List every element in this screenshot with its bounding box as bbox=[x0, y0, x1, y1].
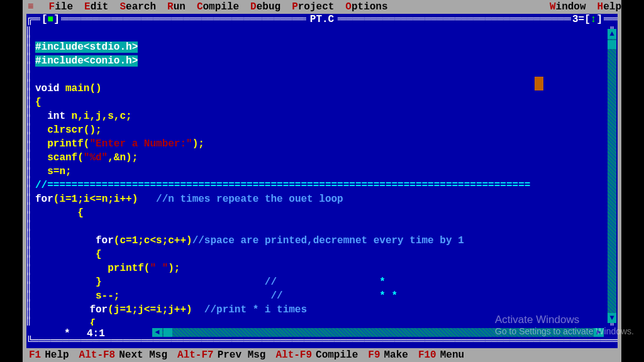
activate-windows-watermark: Activate Windows Go to Settings to activ… bbox=[495, 314, 634, 337]
menu-window[interactable]: Window bbox=[550, 1, 586, 13]
scroll-thumb-v[interactable] bbox=[608, 40, 616, 49]
status-key-altf7[interactable]: Alt-F7 bbox=[177, 349, 214, 361]
text-caret bbox=[535, 77, 543, 90]
scroll-left-icon[interactable]: ◄ bbox=[152, 328, 162, 337]
menu-bar: ≡ File Edit Search Run Compile Debug Pro… bbox=[23, 0, 621, 14]
status-key-altf8[interactable]: Alt-F8 bbox=[79, 349, 116, 361]
menu-debug[interactable]: Debug bbox=[250, 1, 280, 13]
window-title: PT.C bbox=[306, 14, 338, 25]
menu-file[interactable]: File bbox=[49, 1, 73, 13]
modified-marker: * bbox=[64, 328, 70, 339]
window-number[interactable]: 3=[↕] bbox=[571, 14, 604, 25]
status-key-f10[interactable]: F10 bbox=[418, 349, 436, 361]
cursor-position: 4:1 bbox=[83, 328, 109, 339]
status-bar: F1Help Alt-F8Next Msg Alt-F7Prev Msg Alt… bbox=[23, 348, 621, 362]
status-label: Compile bbox=[316, 349, 358, 361]
status-label: Help bbox=[45, 349, 69, 361]
menu-edit[interactable]: Edit bbox=[84, 1, 108, 13]
ide-window: ≡ File Edit Search Run Compile Debug Pro… bbox=[23, 0, 621, 362]
menu-project[interactable]: Project bbox=[292, 1, 334, 13]
menu-compile[interactable]: Compile bbox=[197, 1, 239, 13]
status-label: Next Msg bbox=[119, 349, 167, 361]
status-key-f1[interactable]: F1 bbox=[29, 349, 41, 361]
editor-frame: ╔═══════════════════════════════════════… bbox=[26, 14, 618, 348]
status-label: Make bbox=[384, 349, 408, 361]
window-close-box[interactable]: [■] bbox=[40, 14, 61, 25]
frame-border-bottom: ╚═══════════════════════════════════════… bbox=[26, 336, 618, 348]
system-menu-icon[interactable]: ≡ bbox=[28, 1, 34, 13]
vertical-scrollbar[interactable]: ▲ ▼ bbox=[608, 29, 616, 323]
scroll-thumb-h[interactable] bbox=[164, 328, 172, 337]
code-editor[interactable]: #include<stdio.h> #include<conio.h> void… bbox=[35, 26, 605, 326]
status-label: Prev Msg bbox=[218, 349, 266, 361]
menu-search[interactable]: Search bbox=[119, 1, 156, 13]
menu-options[interactable]: Options bbox=[345, 1, 387, 13]
menu-help[interactable]: Help bbox=[597, 1, 621, 13]
status-key-f9[interactable]: F9 bbox=[368, 349, 380, 361]
frame-border-left: ║║║║║║║║║║║║║║║║║║║║║║║║║║║║║║║║║║║║║║║║ bbox=[26, 14, 34, 348]
status-key-altf9[interactable]: Alt-F9 bbox=[275, 349, 312, 361]
scroll-up-icon[interactable]: ▲ bbox=[608, 29, 616, 39]
menu-run[interactable]: Run bbox=[167, 1, 186, 13]
status-label: Menu bbox=[440, 349, 464, 361]
